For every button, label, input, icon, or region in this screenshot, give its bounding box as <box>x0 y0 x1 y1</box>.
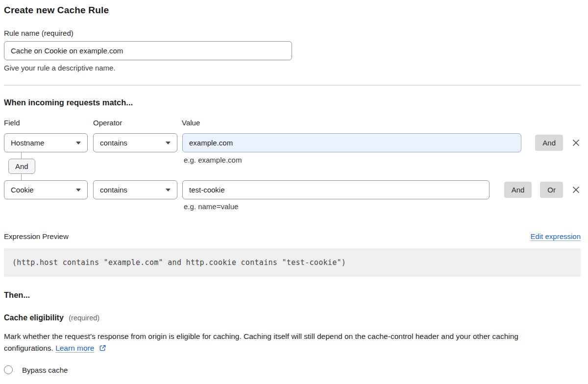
remove-condition-button[interactable] <box>571 138 581 147</box>
field-select-2-value: Cookie <box>11 186 34 194</box>
rule-name-input[interactable] <box>4 41 292 60</box>
chevron-down-icon <box>166 142 171 144</box>
condition-row-1: Hostname contains And <box>4 133 581 152</box>
value-column-label: Value <box>182 119 200 127</box>
cache-eligibility-heading: Cache eligibility (required) <box>4 313 577 322</box>
and-connector-button[interactable]: And <box>8 159 35 174</box>
close-icon <box>571 185 581 194</box>
row-1-actions: And <box>535 135 581 151</box>
add-or-condition-button[interactable]: Or <box>540 182 563 198</box>
chevron-down-icon <box>76 189 81 192</box>
section-divider <box>4 85 581 86</box>
expression-preview-label: Expression Preview <box>4 232 69 240</box>
chevron-down-icon <box>76 142 81 144</box>
builder-column-labels: Field Operator Value <box>4 119 581 127</box>
create-cache-rule-form: Create new Cache Rule Rule name (require… <box>0 0 584 384</box>
radio-label: Bypass cache <box>22 366 68 374</box>
learn-more-link[interactable]: Learn more <box>55 344 94 352</box>
cache-eligibility-title: Cache eligibility <box>4 313 64 322</box>
close-icon <box>571 138 581 147</box>
expression-preview-box: (http.host contains "example.com" and ht… <box>4 248 581 277</box>
cache-eligibility-description: Mark whether the request’s response from… <box>4 331 570 354</box>
value-hint-2: e.g. name=value <box>184 202 577 211</box>
value-input-2[interactable] <box>182 180 490 199</box>
field-select-1-value: Hostname <box>11 139 44 147</box>
chevron-down-icon <box>166 189 171 192</box>
expression-header: Expression Preview Edit expression <box>4 232 581 240</box>
remove-condition-button[interactable] <box>571 185 581 194</box>
condition-row-2: Cookie contains And Or <box>4 180 581 199</box>
edit-expression-link[interactable]: Edit expression <box>530 232 581 240</box>
page-title: Create new Cache Rule <box>4 5 577 16</box>
add-and-condition-button[interactable]: And <box>535 135 563 151</box>
field-select-2[interactable]: Cookie <box>4 180 88 199</box>
required-note: (required) <box>69 314 99 322</box>
row-connector-area: And e.g. example.com <box>4 152 581 180</box>
add-and-condition-button[interactable]: And <box>504 182 532 198</box>
rule-name-label: Rule name (required) <box>4 29 577 37</box>
then-heading: Then... <box>4 290 577 300</box>
match-heading: When incoming requests match... <box>4 98 577 107</box>
radio-unselected-icon[interactable] <box>4 365 13 374</box>
field-column-label: Field <box>4 119 93 127</box>
radio-option-bypass-cache[interactable]: Bypass cache <box>4 365 577 374</box>
operator-select-2-value: contains <box>100 186 127 194</box>
value-hint-1: e.g. example.com <box>184 156 242 164</box>
operator-column-label: Operator <box>93 119 182 127</box>
external-link-icon <box>99 344 106 352</box>
value-input-1[interactable] <box>182 133 521 152</box>
operator-select-1[interactable]: contains <box>93 133 177 152</box>
operator-select-1-value: contains <box>100 139 127 147</box>
field-select-1[interactable]: Hostname <box>4 133 88 152</box>
operator-select-2[interactable]: contains <box>93 180 177 199</box>
rule-name-helper: Give your rule a descriptive name. <box>4 64 577 72</box>
row-2-actions: And Or <box>504 182 581 198</box>
